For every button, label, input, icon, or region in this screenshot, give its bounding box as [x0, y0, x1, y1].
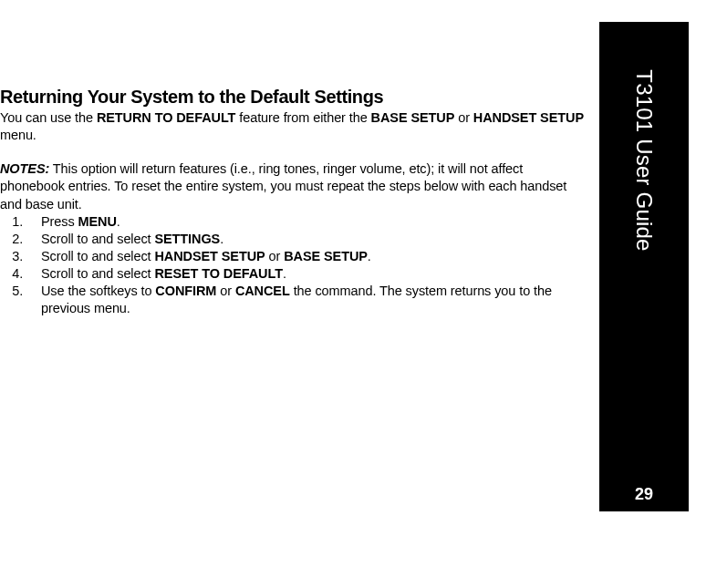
- step-term-settings: SETTINGS: [154, 232, 220, 246]
- list-item: Scroll to and select SETTINGS.: [26, 231, 584, 248]
- page: T3101 User Guide 29 Returning Your Syste…: [0, 0, 727, 588]
- intro-text: You can use the: [0, 110, 97, 125]
- step-term-reset-to-default: RESET TO DEFAULT: [154, 266, 282, 281]
- intro-text: feature from either the: [235, 110, 370, 125]
- sidebar: T3101 User Guide 29: [599, 55, 689, 511]
- step-text: or: [216, 284, 235, 298]
- step-term-confirm: CONFIRM: [155, 284, 216, 298]
- intro-term-return-to-default: RETURN TO DEFAULT: [97, 110, 235, 125]
- page-number: 29: [599, 485, 689, 504]
- intro-text: menu.: [0, 128, 36, 142]
- step-text: Scroll to and select: [41, 266, 154, 281]
- step-text: or: [265, 249, 285, 263]
- list-item: Scroll to and select HANDSET SETUP or BA…: [26, 248, 584, 265]
- step-text: Scroll to and select: [41, 232, 154, 246]
- notes-label: NOTES:: [0, 161, 49, 176]
- intro-text: or: [454, 110, 473, 125]
- notes-text: This option will return features (i.e., …: [0, 161, 566, 211]
- step-text: .: [117, 214, 120, 229]
- section-heading: Returning Your System to the Default Set…: [0, 87, 584, 108]
- step-text: Scroll to and select: [41, 249, 154, 263]
- step-text: .: [220, 232, 223, 246]
- list-item: Press MENU.: [26, 213, 584, 231]
- intro-term-base-setup: BASE SETUP: [371, 110, 455, 125]
- steps-list: Press MENU. Scroll to and select SETTING…: [0, 213, 584, 318]
- list-item: Use the softkeys to CONFIRM or CANCEL th…: [26, 283, 584, 317]
- step-text: .: [368, 249, 371, 263]
- intro-term-handset-setup: HANDSET SETUP: [473, 110, 584, 125]
- step-term-cancel: CANCEL: [235, 284, 290, 298]
- step-term-menu: MENU: [78, 214, 117, 229]
- step-text: Press: [41, 214, 78, 229]
- step-term-base-setup: BASE SETUP: [284, 249, 368, 263]
- step-text: Use the softkeys to: [41, 284, 155, 298]
- guide-title: T3101 User Guide: [631, 69, 657, 251]
- notes-paragraph: NOTES: This option will return features …: [0, 160, 584, 212]
- content-area: Returning Your System to the Default Set…: [0, 87, 584, 317]
- step-text: .: [283, 266, 286, 281]
- intro-paragraph: You can use the RETURN TO DEFAULT featur…: [0, 109, 584, 144]
- step-term-handset-setup: HANDSET SETUP: [154, 249, 265, 263]
- sidebar-top-block: [599, 22, 689, 55]
- list-item: Scroll to and select RESET TO DEFAULT.: [26, 265, 584, 283]
